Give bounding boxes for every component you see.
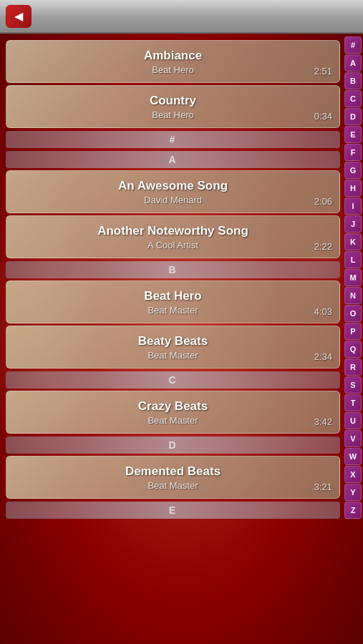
alpha-btn-f[interactable]: F — [344, 144, 362, 161]
alpha-btn-k[interactable]: K — [344, 233, 362, 250]
alpha-btn-c[interactable]: C — [344, 90, 362, 107]
main-content: AmbianceBeat Hero2:51CountryBeat Hero0:3… — [0, 34, 363, 644]
alpha-btn-j[interactable]: J — [344, 215, 362, 233]
alpha-btn-y[interactable]: Y — [344, 484, 362, 501]
section-header-#: # — [6, 131, 340, 148]
section-header-d: D — [6, 436, 340, 454]
back-button[interactable] — [6, 5, 32, 28]
song-title: Beaty Beats — [14, 334, 332, 348]
song-title: Ambiance — [14, 49, 332, 63]
song-item-beaty-beats[interactable]: Beaty BeatsBeat Master2:34 — [6, 326, 340, 369]
song-list[interactable]: AmbianceBeat Hero2:51CountryBeat Hero0:3… — [0, 34, 343, 644]
song-duration: 4:03 — [314, 306, 332, 317]
alpha-btn-l[interactable]: L — [344, 251, 362, 268]
song-title: An Awesome Song — [14, 179, 332, 193]
song-duration: 3:21 — [314, 482, 332, 492]
song-artist: David Menard — [14, 195, 332, 205]
song-artist: Beat Hero — [14, 64, 332, 75]
song-duration: 3:42 — [314, 416, 332, 427]
song-artist: Beat Master — [14, 480, 332, 491]
alpha-btn-s[interactable]: S — [344, 376, 362, 394]
section-header-b: B — [6, 261, 340, 278]
song-artist: Beat Master — [14, 350, 332, 361]
song-title: Crazy Beats — [14, 399, 332, 414]
alpha-btn-m[interactable]: M — [344, 269, 362, 286]
alpha-btn-u[interactable]: U — [344, 412, 362, 429]
song-duration: 2:06 — [314, 196, 332, 207]
alpha-btn-r[interactable]: R — [344, 358, 362, 376]
alpha-btn-w[interactable]: W — [344, 448, 362, 465]
song-title: Another Noteworthy Song — [14, 224, 332, 238]
song-title: Demented Beats — [14, 464, 332, 479]
alpha-btn-g[interactable]: G — [344, 162, 362, 179]
song-item-beat-hero[interactable]: Beat HeroBeat Master4:03 — [6, 280, 340, 323]
alpha-btn-t[interactable]: T — [344, 394, 362, 411]
alpha-btn-o[interactable]: O — [344, 305, 362, 322]
alpha-btn-v[interactable]: V — [344, 430, 362, 447]
song-title: Beat Hero — [14, 289, 332, 303]
song-artist: Beat Hero — [14, 109, 332, 120]
song-artist: A Cool Artist — [14, 240, 332, 250]
alpha-btn-h[interactable]: H — [344, 180, 362, 197]
section-header-e: E — [6, 502, 340, 519]
alpha-btn-e[interactable]: E — [344, 126, 362, 143]
song-duration: 0:34 — [314, 111, 332, 122]
alpha-btn-d[interactable]: D — [344, 108, 362, 125]
alpha-btn-p[interactable]: P — [344, 323, 362, 340]
alpha-btn-i[interactable]: I — [344, 197, 362, 215]
alpha-btn-n[interactable]: N — [344, 287, 362, 304]
song-artist: Beat Master — [14, 415, 332, 426]
song-duration: 2:22 — [314, 241, 332, 252]
alphabet-sidebar: #ABCDEFGHIJKLMNOPQRSTUVWXYZ — [343, 34, 363, 644]
section-header-c: C — [6, 371, 340, 389]
song-item-crazy-beats[interactable]: Crazy BeatsBeat Master3:42 — [6, 391, 340, 434]
song-duration: 2:34 — [314, 351, 332, 362]
alpha-btn-q[interactable]: Q — [344, 341, 362, 358]
song-item-demented-beats[interactable]: Demented BeatsBeat Master3:21 — [6, 456, 340, 499]
alpha-btn-z[interactable]: Z — [344, 502, 362, 519]
alpha-btn-#[interactable]: # — [344, 36, 362, 54]
section-header-a: A — [6, 151, 340, 168]
alpha-btn-a[interactable]: A — [344, 54, 362, 72]
alpha-btn-x[interactable]: X — [344, 466, 362, 483]
header — [0, 0, 363, 34]
song-artist: Beat Master — [14, 305, 332, 316]
song-item-an-awesome-song[interactable]: An Awesome SongDavid Menard2:06 — [6, 170, 340, 213]
song-duration: 2:51 — [314, 66, 332, 77]
song-item-country[interactable]: CountryBeat Hero0:34 — [6, 85, 340, 128]
song-title: Country — [14, 94, 332, 108]
alpha-btn-b[interactable]: B — [344, 72, 362, 89]
song-item-ambiance[interactable]: AmbianceBeat Hero2:51 — [6, 40, 340, 83]
song-item-another-noteworthy-song[interactable]: Another Noteworthy SongA Cool Artist2:22 — [6, 215, 340, 258]
